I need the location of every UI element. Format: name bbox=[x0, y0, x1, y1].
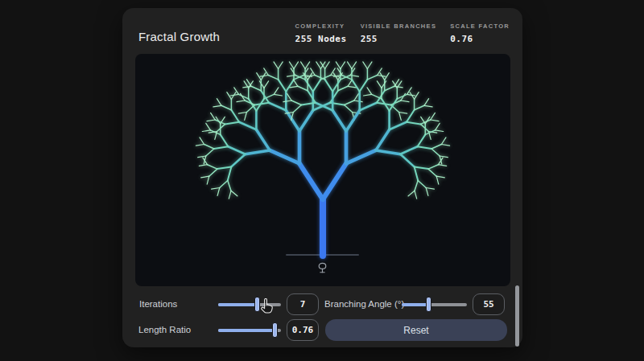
stat-complexity-label: COMPLEXITY bbox=[295, 23, 347, 30]
stats-bar: COMPLEXITY 255 Nodes VISIBLE BRANCHES 25… bbox=[295, 23, 510, 44]
stat-scale-factor: SCALE FACTOR 0.76 bbox=[450, 23, 510, 44]
length-ratio-slider-thumb[interactable] bbox=[272, 322, 278, 338]
stat-visible-branches-label: VISIBLE BRANCHES bbox=[361, 23, 437, 30]
branching-angle-slider[interactable] bbox=[402, 293, 467, 315]
tree-outline-icon bbox=[315, 260, 330, 276]
stat-visible-branches: VISIBLE BRANCHES 255 bbox=[361, 23, 437, 44]
stat-complexity: COMPLEXITY 255 Nodes bbox=[295, 23, 347, 44]
iterations-slider-thumb[interactable] bbox=[254, 297, 260, 312]
fractal-tree-visualization bbox=[135, 54, 510, 286]
branching-angle-value-input[interactable] bbox=[473, 293, 505, 315]
length-ratio-slider-fill bbox=[218, 329, 275, 332]
length-ratio-label: Length Ratio bbox=[138, 319, 191, 341]
stat-complexity-value: 255 Nodes bbox=[295, 34, 347, 44]
length-ratio-slider[interactable] bbox=[218, 319, 281, 341]
branching-angle-label: Branching Angle (°) bbox=[324, 293, 404, 315]
stat-scale-factor-label: SCALE FACTOR bbox=[450, 23, 510, 30]
reset-button[interactable]: Reset bbox=[325, 319, 507, 341]
panel-scrollbar[interactable] bbox=[515, 285, 519, 347]
length-ratio-value-input[interactable] bbox=[287, 319, 319, 341]
fractal-growth-window: Fractal Growth COMPLEXITY 255 Nodes VISI… bbox=[122, 8, 522, 347]
controls-panel: Iterations Branching Angle (°) Length Ra… bbox=[122, 291, 522, 347]
fractal-canvas bbox=[135, 54, 510, 286]
stat-visible-branches-value: 255 bbox=[361, 34, 437, 44]
iterations-slider[interactable] bbox=[218, 293, 281, 315]
header: Fractal Growth COMPLEXITY 255 Nodes VISI… bbox=[138, 23, 510, 51]
branching-angle-slider-fill bbox=[402, 303, 428, 306]
page-title: Fractal Growth bbox=[138, 30, 220, 43]
iterations-slider-fill bbox=[218, 303, 257, 306]
iterations-value-input[interactable] bbox=[287, 293, 319, 315]
iterations-label: Iterations bbox=[139, 293, 177, 315]
branching-angle-slider-thumb[interactable] bbox=[426, 297, 431, 312]
stat-scale-factor-value: 0.76 bbox=[450, 34, 510, 44]
